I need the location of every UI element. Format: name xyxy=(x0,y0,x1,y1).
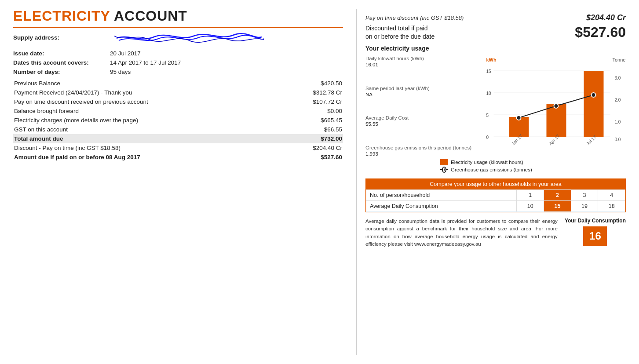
dot-jul xyxy=(592,93,596,97)
bar-jul17 xyxy=(584,71,604,137)
svg-text:0: 0 xyxy=(486,135,489,140)
dot-apr xyxy=(554,104,559,108)
legend-greenhouse-label: Greenhouse gas emissions (tonnes) xyxy=(451,167,532,172)
compare-avg-0: 10 xyxy=(517,201,544,212)
issue-date-value: 20 Jul 2017 xyxy=(110,50,141,57)
charge-value-6: $732.00 xyxy=(281,134,343,143)
charge-label-4: Electricity charges (more details over t… xyxy=(13,116,281,125)
compare-persons-2: 3 xyxy=(571,190,598,201)
charge-value-5: $66.55 xyxy=(281,125,343,134)
compare-avg-3: 18 xyxy=(598,201,625,212)
chart-area: kWh 15 10 5 0 Tonnes 3.0 2.0 1.0 0.0 xyxy=(476,55,626,157)
comparison-section: Compare your usage to other households i… xyxy=(365,178,626,212)
address-scribble xyxy=(114,32,264,45)
your-daily-consumption: Your Daily Consumption 16 xyxy=(565,218,626,246)
charge-value-0: $420.50 xyxy=(281,79,343,88)
kwh-stat: Daily kilowatt hours (kWh) 16.01 xyxy=(365,55,471,67)
charge-value-1: $312.78 Cr xyxy=(281,88,343,97)
chart-svg: kWh 15 10 5 0 Tonnes 3.0 2.0 1.0 0.0 xyxy=(476,55,626,157)
num-days-value: 95 days xyxy=(110,69,131,75)
charge-value-8: $527.60 xyxy=(281,153,343,162)
consumption-text: Average daily consumption data is provid… xyxy=(365,218,558,248)
comparison-table: No. of person/household1234Average Daily… xyxy=(366,189,625,212)
discounted-total-block: Discounted total if paid on or before th… xyxy=(365,24,626,40)
bar-apr17 xyxy=(547,104,566,137)
svg-text:2.0: 2.0 xyxy=(615,98,621,102)
chart-left-labels: Daily kilowatt hours (kWh) 16.01 Same pe… xyxy=(365,55,471,157)
dates-covers-row: Dates this account covers: 14 Apr 2017 t… xyxy=(13,59,343,66)
svg-text:3.0: 3.0 xyxy=(615,76,621,80)
discount-row: Pay on time discount (inc GST $18.58) $2… xyxy=(365,13,626,22)
charge-label-3: Balance brought forward xyxy=(13,106,281,116)
discounted-amount: $527.60 xyxy=(575,24,626,40)
legend-electricity-label: Electricity usage (kilowatt hours) xyxy=(451,160,523,165)
charge-label-1: Payment Received (24/04/2017) - Thank yo… xyxy=(13,88,281,97)
bottom-section: Average daily consumption data is provid… xyxy=(365,218,626,248)
svg-text:15: 15 xyxy=(486,69,492,74)
compare-avg-2: 19 xyxy=(571,201,598,212)
charges-table: Previous Balance$420.50Payment Received … xyxy=(13,79,343,162)
title-divider xyxy=(13,27,343,28)
compare-persons-3: 4 xyxy=(598,190,625,201)
supply-address-label: Supply address: xyxy=(13,34,110,41)
chart-legend: Electricity usage (kilowatt hours) Green… xyxy=(440,159,626,172)
dates-covers-value: 14 Apr 2017 to 17 Jul 2017 xyxy=(110,59,181,66)
num-days-label: Number of days: xyxy=(13,69,110,75)
svg-text:Tonnes: Tonnes xyxy=(613,57,626,62)
compare-persons-label: No. of person/household xyxy=(366,190,517,201)
issue-date-row: Issue date: 20 Jul 2017 xyxy=(13,50,343,57)
discount-label: Pay on time discount (inc GST $18.58) xyxy=(365,15,464,21)
svg-text:1.0: 1.0 xyxy=(615,120,621,124)
usage-title: Your electricity usage xyxy=(365,45,626,52)
legend-electricity-box xyxy=(440,159,448,165)
supply-address-row: Supply address: xyxy=(13,34,343,47)
left-panel: ELECTRICITY ACCOUNT Supply address: Issu… xyxy=(13,9,356,355)
greenhouse-stat: Greenhouse gas emissions this period (to… xyxy=(365,145,471,157)
compare-persons-0: 1 xyxy=(517,190,544,201)
charge-label-0: Previous Balance xyxy=(13,79,281,88)
charge-label-8: Amount due if paid on or before 08 Aug 2… xyxy=(13,153,281,162)
discount-value: $204.40 Cr xyxy=(586,13,626,22)
svg-text:5: 5 xyxy=(486,113,489,118)
title-electricity: ELECTRICITY xyxy=(13,8,110,24)
charge-label-7: Discount - Pay on time (inc GST $18.58) xyxy=(13,143,281,153)
charge-value-4: $665.45 xyxy=(281,116,343,125)
svg-text:0.0: 0.0 xyxy=(615,137,621,142)
your-daily-value: 16 xyxy=(583,226,607,246)
charge-value-3: $0.00 xyxy=(281,106,343,116)
your-daily-label: Your Daily Consumption xyxy=(565,218,626,225)
legend-greenhouse-dot xyxy=(443,167,446,172)
svg-text:10: 10 xyxy=(486,91,492,96)
chart-container: Daily kilowatt hours (kWh) 16.01 Same pe… xyxy=(365,55,626,157)
comparison-header: Compare your usage to other households i… xyxy=(366,179,625,189)
charge-label-2: Pay on time discount received on previou… xyxy=(13,97,281,106)
dates-covers-label: Dates this account covers: xyxy=(13,59,110,66)
dot-jan xyxy=(517,116,521,120)
page-title: ELECTRICITY ACCOUNT xyxy=(13,9,343,23)
legend-greenhouse: Greenhouse gas emissions (tonnes) xyxy=(440,167,626,172)
right-panel: Pay on time discount (inc GST $18.58) $2… xyxy=(356,9,626,355)
charge-label-5: GST on this account xyxy=(13,125,281,134)
num-days-row: Number of days: 95 days xyxy=(13,69,343,75)
title-account: ACCOUNT xyxy=(110,8,187,24)
issue-date-label: Issue date: xyxy=(13,50,110,57)
svg-text:kWh: kWh xyxy=(486,57,497,62)
charge-value-7: $204.40 Cr xyxy=(281,143,343,153)
avg-daily-cost-stat: Average Daily Cost $5.55 xyxy=(365,115,471,127)
charge-value-2: $107.72 Cr xyxy=(281,97,343,106)
compare-avg-label: Average Daily Consumption xyxy=(366,201,517,212)
legend-electricity: Electricity usage (kilowatt hours) xyxy=(440,159,626,165)
compare-avg-1: 15 xyxy=(544,201,571,212)
same-period-stat: Same period last year (kWh) NA xyxy=(365,85,471,97)
compare-persons-1: 2 xyxy=(544,190,571,201)
charge-label-6: Total amount due xyxy=(13,134,281,143)
discounted-label: Discounted total if paid on or before th… xyxy=(365,24,435,40)
